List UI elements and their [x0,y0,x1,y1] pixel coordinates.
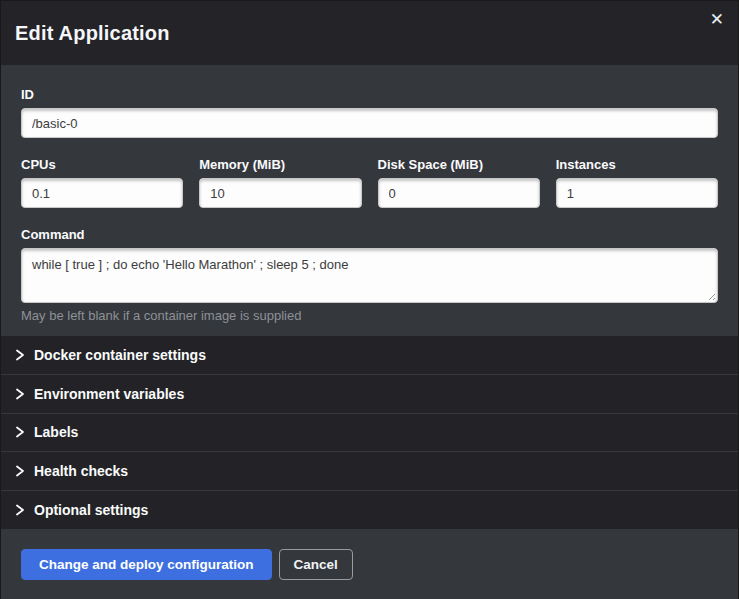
chevron-right-icon [15,349,25,361]
edit-application-modal: Edit Application ✕ ID CPUs Memory (MiB) … [0,0,739,599]
section-label: Labels [34,424,78,440]
disk-label: Disk Space (MiB) [378,157,540,172]
disk-input[interactable] [378,178,540,208]
section-labels[interactable]: Labels [1,414,738,453]
memory-label: Memory (MiB) [199,157,361,172]
close-icon[interactable]: ✕ [710,11,724,28]
chevron-right-icon [15,465,25,477]
memory-field-group: Memory (MiB) [199,157,361,208]
chevron-right-icon [15,388,25,400]
cpus-field-group: CPUs [21,157,183,208]
section-label: Optional settings [34,502,148,518]
command-label: Command [21,227,718,242]
instances-field-group: Instances [556,157,718,208]
collapsible-sections: Docker container settings Environment va… [1,336,738,529]
section-label: Health checks [34,463,128,479]
form-body: ID CPUs Memory (MiB) Disk Space (MiB) In… [1,65,738,336]
modal-footer: Change and deploy configuration Cancel [1,529,738,599]
change-and-deploy-button[interactable]: Change and deploy configuration [21,549,272,580]
command-help-text: May be left blank if a container image i… [21,308,718,323]
cpus-label: CPUs [21,157,183,172]
command-field-group: Command while [ true ] ; do echo 'Hello … [21,227,718,323]
id-label: ID [21,87,718,102]
cancel-button[interactable]: Cancel [279,549,353,580]
command-textarea-wrap: while [ true ] ; do echo 'Hello Marathon… [21,248,718,303]
page-title: Edit Application [15,22,170,45]
cpus-input[interactable] [21,178,183,208]
id-input[interactable] [21,108,718,138]
disk-field-group: Disk Space (MiB) [378,157,540,208]
section-label: Environment variables [34,386,184,402]
instances-label: Instances [556,157,718,172]
modal-header: Edit Application ✕ [1,1,738,65]
chevron-right-icon [15,426,25,438]
section-label: Docker container settings [34,347,206,363]
section-health-checks[interactable]: Health checks [1,452,738,491]
command-textarea[interactable]: while [ true ] ; do echo 'Hello Marathon… [21,248,718,303]
id-field-group: ID [21,87,718,138]
instances-input[interactable] [556,178,718,208]
section-environment-variables[interactable]: Environment variables [1,375,738,414]
section-docker-container-settings[interactable]: Docker container settings [1,336,738,375]
memory-input[interactable] [199,178,361,208]
section-optional-settings[interactable]: Optional settings [1,491,738,529]
resources-row: CPUs Memory (MiB) Disk Space (MiB) Insta… [21,157,718,208]
chevron-right-icon [15,504,25,516]
